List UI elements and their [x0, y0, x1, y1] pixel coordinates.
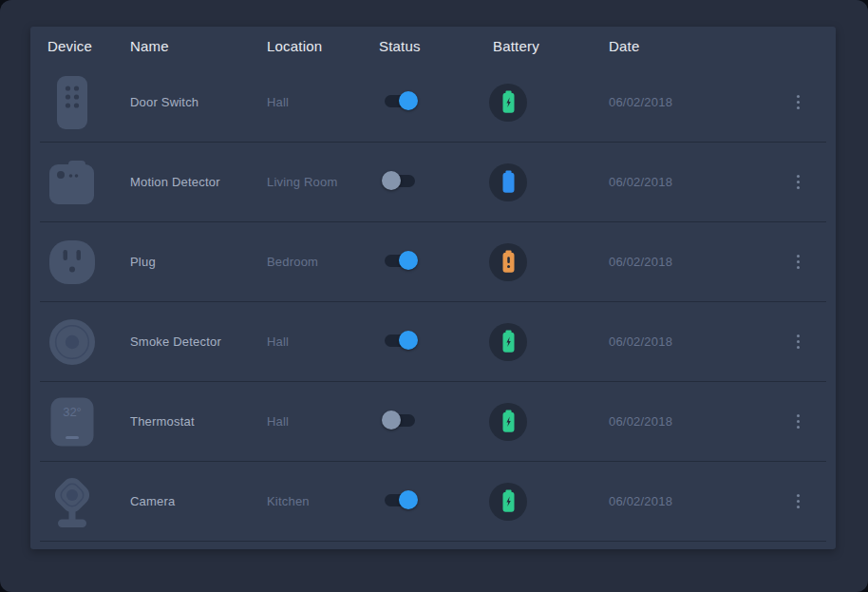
kebab-dot: [797, 101, 800, 104]
device-icon-box: [48, 161, 96, 204]
kebab-dot: [797, 506, 800, 508]
column-header-battery: Battery: [493, 38, 609, 54]
row-menu-button[interactable]: [791, 250, 805, 274]
kebab-dot: [797, 340, 800, 343]
battery-indicator: [489, 403, 527, 441]
status-toggle[interactable]: [385, 175, 415, 187]
table-header: Device Name Location Status Battery Date: [40, 29, 826, 63]
row-date: 06/02/2018: [609, 414, 770, 429]
row-date: 06/02/2018: [609, 95, 770, 109]
app-window: Device Name Location Status Battery Date…: [0, 0, 868, 592]
kebab-dot: [797, 175, 800, 178]
smoke-detector-icon: [48, 317, 96, 367]
kebab-dot: [797, 334, 800, 337]
toggle-knob: [399, 331, 418, 350]
status-toggle[interactable]: [385, 494, 415, 506]
device-icon-cell: [47, 75, 130, 130]
battery-icon: [501, 250, 516, 274]
device-name: Camera: [130, 494, 267, 508]
device-icon-box: [48, 239, 96, 285]
kebab-dot: [797, 414, 800, 417]
remote-icon: [56, 75, 88, 130]
row-menu-button[interactable]: [791, 170, 805, 194]
device-location: Hall: [267, 414, 379, 429]
device-icon-box: 32°: [48, 397, 96, 447]
row-menu-button[interactable]: [791, 410, 805, 433]
device-icon-box: [48, 475, 96, 528]
row-menu-button[interactable]: [791, 330, 805, 353]
table-row: 32° Thermostat Hall 06/02/2018: [40, 382, 826, 462]
status-toggle[interactable]: [385, 334, 415, 347]
status-toggle[interactable]: [385, 414, 415, 427]
kebab-dot: [797, 95, 800, 98]
device-icon-cell: [47, 239, 130, 285]
row-menu-button[interactable]: [791, 489, 805, 513]
toggle-knob: [382, 171, 401, 190]
device-name: Motion Detector: [130, 175, 267, 189]
kebab-dot: [797, 260, 800, 263]
kebab-dot: [797, 266, 800, 269]
column-header-name: Name: [130, 38, 267, 54]
device-location: Hall: [267, 334, 379, 349]
thermostat-temp-label: 32°: [63, 405, 82, 419]
plug-icon: [48, 239, 96, 285]
battery-icon: [501, 410, 516, 433]
table-row: Smoke Detector Hall 06/02/2018: [40, 302, 826, 382]
battery-icon: [501, 330, 516, 353]
device-location: Kitchen: [267, 494, 379, 508]
device-location: Hall: [267, 95, 379, 109]
device-name: Plug: [130, 255, 267, 269]
device-icon-cell: 32°: [47, 397, 130, 447]
devices-table: Device Name Location Status Battery Date…: [30, 27, 836, 549]
kebab-dot: [797, 181, 800, 183]
device-name: Door Switch: [130, 95, 267, 109]
kebab-dot: [797, 500, 800, 503]
table-body: Door Switch Hall 06/02/2018: [30, 63, 836, 542]
kebab-dot: [797, 420, 800, 423]
row-date: 06/02/2018: [609, 255, 770, 269]
table-row: Camera Kitchen 06/02/2018: [40, 462, 826, 542]
battery-indicator: [489, 243, 527, 281]
battery-icon: [501, 90, 516, 114]
row-date: 06/02/2018: [609, 494, 770, 508]
kebab-dot: [797, 346, 800, 349]
device-location: Bedroom: [267, 255, 379, 269]
row-date: 06/02/2018: [609, 334, 770, 349]
column-header-status: Status: [379, 38, 493, 54]
kebab-dot: [797, 494, 800, 497]
column-header-date: Date: [609, 38, 770, 54]
battery-icon: [501, 489, 516, 513]
battery-indicator: [489, 163, 527, 201]
toggle-knob: [399, 490, 418, 509]
toggle-knob: [382, 411, 401, 430]
column-header-location: Location: [267, 38, 379, 54]
status-toggle[interactable]: [385, 95, 415, 107]
device-name: Smoke Detector: [130, 334, 267, 349]
battery-indicator: [489, 323, 527, 361]
battery-indicator: [489, 84, 527, 122]
table-row: Door Switch Hall 06/02/2018: [40, 63, 826, 143]
battery-indicator: [489, 483, 527, 521]
kebab-dot: [797, 255, 800, 258]
camera-icon: [49, 475, 95, 528]
kebab-dot: [797, 186, 800, 189]
toggle-knob: [399, 91, 418, 110]
column-header-device: Device: [47, 38, 130, 54]
device-icon-box: [48, 317, 96, 367]
device-name: Thermostat: [130, 414, 267, 429]
status-toggle[interactable]: [385, 255, 415, 267]
device-icon-cell: [47, 317, 130, 367]
kebab-dot: [797, 106, 800, 109]
battery-icon: [501, 170, 516, 194]
table-row: Plug Bedroom 06/02/2018: [40, 222, 826, 302]
table-row: Motion Detector Living Room 06/02/2018: [40, 143, 826, 222]
device-icon-cell: [47, 475, 130, 528]
kebab-dot: [797, 426, 800, 429]
device-icon-box: [48, 75, 96, 130]
device-location: Living Room: [267, 175, 379, 189]
device-icon-cell: [47, 161, 130, 204]
thermostat-icon: 32°: [50, 397, 94, 447]
toggle-knob: [399, 251, 418, 270]
row-menu-button[interactable]: [791, 90, 805, 114]
motion-detector-icon: [49, 161, 95, 204]
